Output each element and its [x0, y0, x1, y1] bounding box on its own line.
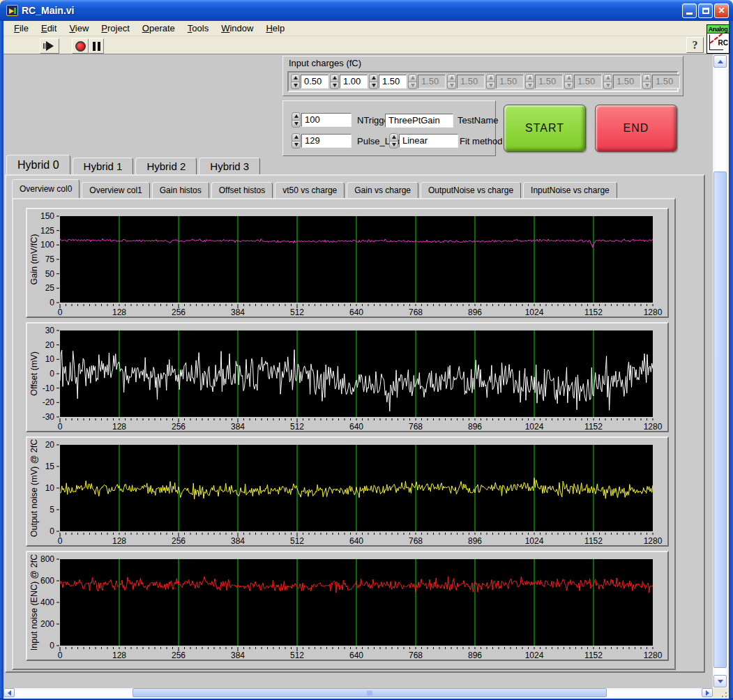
resize-grip[interactable] — [713, 688, 729, 699]
decrement-icon[interactable] — [330, 82, 339, 90]
menu-file[interactable]: File — [8, 22, 35, 35]
svg-text:1024: 1024 — [525, 307, 544, 315]
start-button[interactable]: START — [504, 105, 586, 152]
menu-window[interactable]: Window — [215, 22, 259, 35]
fit_method[interactable]: Linear — [389, 133, 458, 149]
scroll-left-button[interactable] — [3, 688, 15, 697]
minimize-button[interactable] — [682, 3, 697, 18]
tab-hybrid-3[interactable]: Hybrid 3 — [199, 158, 260, 174]
charge-7-arrows — [564, 74, 573, 89]
charge-2[interactable]: 1.50 — [369, 74, 407, 89]
horizontal-scrollbar[interactable] — [3, 688, 713, 699]
horizontal-scroll-thumb[interactable] — [133, 688, 607, 697]
svg-text:1024: 1024 — [525, 422, 544, 429]
charge-0-field[interactable]: 0.50 — [301, 75, 328, 89]
svg-text:150: 150 — [40, 211, 54, 221]
maximize-button[interactable] — [698, 3, 713, 18]
thumb-grip — [368, 690, 372, 695]
menu-edit[interactable]: Edit — [35, 22, 63, 35]
menu-project[interactable]: Project — [95, 22, 135, 35]
decrement-icon[interactable] — [389, 142, 398, 149]
subtab-overview-col1[interactable]: Overview col1 — [82, 182, 149, 198]
svg-text:512: 512 — [290, 536, 304, 544]
ntriggers[interactable]: 100 — [292, 112, 352, 128]
increment-icon[interactable] — [291, 74, 300, 82]
charge-4: 1.50 — [447, 74, 485, 89]
testname-field[interactable]: ThreePtGain — [385, 114, 453, 128]
close-button[interactable]: ✕ — [714, 3, 729, 18]
scroll-down-icon — [718, 680, 723, 683]
charge-0[interactable]: 0.50 — [291, 74, 328, 89]
menu-operate[interactable]: Operate — [136, 22, 181, 35]
pause-button[interactable] — [89, 38, 104, 54]
decrement-icon — [603, 82, 612, 90]
graph-1: -30-20-100102030012825638451264076889610… — [26, 322, 669, 432]
svg-text:256: 256 — [172, 307, 186, 315]
svg-text:1280: 1280 — [644, 307, 663, 315]
scroll-up-icon — [718, 60, 723, 63]
svg-text:600: 600 — [40, 576, 54, 586]
charge-1[interactable]: 1.00 — [330, 74, 368, 89]
scroll-up-button[interactable] — [713, 55, 727, 68]
pulse_delay[interactable]: 129 — [292, 133, 352, 149]
menu-tools[interactable]: Tools — [181, 22, 215, 35]
end-button[interactable]: END — [595, 105, 677, 152]
subtab-offset-histos[interactable]: Offset histos — [211, 182, 273, 198]
increment-icon — [525, 74, 534, 82]
run-button[interactable] — [40, 38, 59, 54]
context-help-button[interactable]: ? — [686, 37, 704, 53]
ntriggers-arrows[interactable] — [292, 112, 301, 128]
title-bar[interactable]: RC_Main.vi ✕ — [0, 0, 733, 21]
scroll-right-button[interactable] — [702, 688, 713, 697]
menu-help[interactable]: Help — [259, 22, 291, 35]
increment-icon[interactable] — [292, 133, 301, 142]
svg-text:20: 20 — [45, 340, 55, 350]
svg-text:15: 15 — [45, 462, 55, 471]
vi-icon-plot: RC — [707, 33, 729, 53]
tab-hybrid-0[interactable]: Hybrid 0 — [6, 155, 70, 174]
subtab-overview-col0[interactable]: Overview col0 — [12, 179, 80, 198]
subtab-gain-vs-charge[interactable]: Gain vs charge — [347, 182, 418, 198]
decrement-icon[interactable] — [292, 142, 301, 149]
fit_method-field[interactable]: Linear — [399, 134, 458, 148]
charge-2-field[interactable]: 1.50 — [379, 75, 407, 89]
charge-2-arrows[interactable] — [369, 74, 378, 89]
menu-view[interactable]: View — [63, 22, 95, 35]
tab-hybrid-2[interactable]: Hybrid 2 — [135, 158, 197, 174]
svg-text:640: 640 — [349, 650, 363, 658]
vi-connector-icon[interactable]: Analog RC — [706, 24, 730, 54]
svg-text:5: 5 — [50, 505, 54, 515]
charge-1-arrows[interactable] — [330, 74, 339, 89]
menu-bar: FileEditViewProjectOperateToolsWindowHel… — [3, 21, 729, 36]
ntriggers-field[interactable]: 100 — [301, 113, 352, 127]
charge-3-arrows — [408, 74, 417, 89]
vertical-scroll-thumb[interactable] — [713, 172, 727, 668]
views-page: 0255075100125150012825638451264076889610… — [12, 198, 676, 670]
abort-button[interactable] — [72, 38, 89, 54]
maximize-icon — [702, 8, 709, 14]
increment-icon[interactable] — [389, 133, 398, 142]
tab-hybrid-1[interactable]: Hybrid 1 — [73, 158, 134, 174]
svg-text:0: 0 — [50, 369, 54, 379]
increment-icon[interactable] — [292, 112, 301, 121]
scroll-down-button[interactable] — [713, 675, 727, 687]
charge-4-arrows — [447, 74, 456, 89]
subtab-outputnoise-vs-charge[interactable]: OutputNoise vs charge — [421, 182, 521, 198]
pulse_delay-arrows[interactable] — [292, 133, 301, 149]
y-axis-label: Offset (mV) — [29, 351, 39, 396]
increment-icon[interactable] — [330, 74, 339, 82]
decrement-icon[interactable] — [369, 82, 378, 90]
decrement-icon — [408, 82, 417, 90]
subtab-inputnoise-vs-charge[interactable]: InputNoise vs charge — [523, 182, 617, 198]
subtab-gain-histos[interactable]: Gain histos — [152, 182, 209, 198]
charge-0-arrows[interactable] — [291, 74, 300, 89]
pulse_delay-field[interactable]: 129 — [301, 134, 352, 148]
charge-1-field[interactable]: 1.00 — [340, 75, 368, 89]
increment-icon[interactable] — [369, 74, 378, 82]
scroll-right-icon — [706, 690, 709, 696]
decrement-icon[interactable] — [291, 82, 300, 90]
vertical-scrollbar[interactable] — [713, 54, 728, 688]
subtab-vt50-vs-charge[interactable]: vt50 vs charge — [275, 182, 345, 198]
fit_method-arrows[interactable] — [389, 133, 398, 149]
decrement-icon[interactable] — [292, 121, 301, 128]
